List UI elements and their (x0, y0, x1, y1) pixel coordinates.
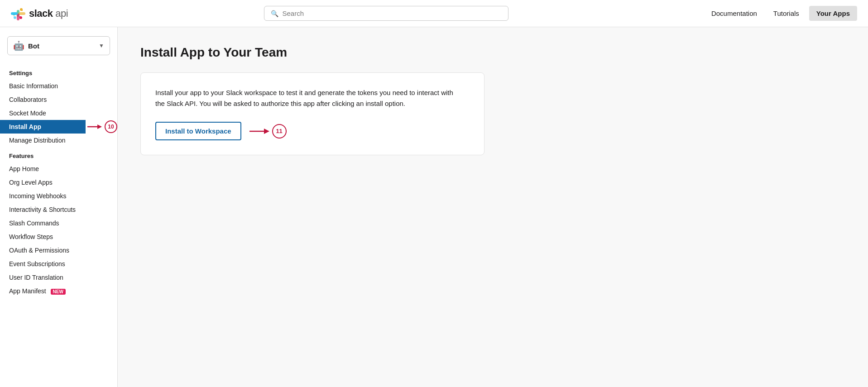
main-content: Install App to Your Team Install your ap… (118, 27, 868, 387)
app-emoji-icon: 🤖 (13, 40, 24, 51)
install-description: Install your app to your Slack workspace… (155, 87, 463, 109)
sidebar-step-circle: 10 (105, 120, 117, 133)
nav-your-apps[interactable]: Your Apps (809, 6, 857, 21)
search-box[interactable]: 🔍 (264, 6, 508, 21)
page-layout: 🤖 Bot ▼ Settings Basic Information Colla… (0, 27, 868, 387)
header-left: slack api (11, 6, 68, 21)
header-search-container: 🔍 (264, 6, 508, 21)
slack-wordmark: slack api (29, 8, 68, 19)
sidebar-item-org-level-apps[interactable]: Org Level Apps (0, 176, 117, 189)
features-section-label: Features (0, 147, 117, 162)
sidebar-item-incoming-webhooks[interactable]: Incoming Webhooks (0, 189, 117, 203)
slack-logo[interactable]: slack api (11, 6, 68, 21)
search-input[interactable] (282, 10, 502, 17)
install-annotation: 11 (249, 124, 287, 139)
sidebar-install-annotation: 10 (87, 120, 117, 133)
sidebar-item-app-home[interactable]: App Home (0, 162, 117, 176)
header-nav: Documentation Tutorials Your Apps (705, 6, 857, 21)
sidebar-item-user-id-translation[interactable]: User ID Translation (0, 271, 117, 284)
svg-marker-3 (264, 129, 269, 134)
sidebar: 🤖 Bot ▼ Settings Basic Information Colla… (0, 27, 118, 387)
svg-marker-1 (97, 124, 102, 129)
annotation-arrow-install (249, 126, 269, 136)
app-selector[interactable]: 🤖 Bot ▼ (7, 36, 110, 55)
page-title: Install App to Your Team (140, 45, 845, 60)
app-selector-left: 🤖 Bot (13, 40, 39, 51)
new-badge: NEW (51, 289, 66, 295)
slack-logo-icon (11, 6, 25, 21)
sidebar-item-manage-distribution[interactable]: Manage Distribution (0, 134, 117, 147)
sidebar-item-event-subscriptions[interactable]: Event Subscriptions (0, 257, 117, 271)
sidebar-item-socket-mode[interactable]: Socket Mode (0, 106, 117, 120)
annotation-arrow-sidebar (87, 123, 102, 131)
nav-tutorials[interactable]: Tutorials (767, 6, 806, 21)
install-btn-row: Install to Workspace 11 (155, 122, 470, 140)
settings-section-label: Settings (0, 64, 117, 79)
app-name-label: Bot (28, 42, 39, 50)
sidebar-item-install-app[interactable]: Install App (0, 120, 86, 134)
sidebar-item-app-manifest[interactable]: App Manifest NEW (0, 284, 117, 298)
install-step-circle: 11 (272, 124, 287, 139)
sidebar-item-collaborators[interactable]: Collaborators (0, 93, 117, 106)
sidebar-item-oauth-permissions[interactable]: OAuth & Permissions (0, 244, 117, 257)
sidebar-item-basic-information[interactable]: Basic Information (0, 79, 117, 93)
sidebar-item-slash-commands[interactable]: Slash Commands (0, 216, 117, 230)
sidebar-item-interactivity-shortcuts[interactable]: Interactivity & Shortcuts (0, 203, 117, 216)
install-card: Install your app to your Slack workspace… (140, 72, 484, 155)
dropdown-arrow-icon: ▼ (99, 43, 104, 49)
search-icon: 🔍 (271, 10, 278, 17)
app-header: slack api 🔍 Documentation Tutorials Your… (0, 0, 868, 27)
install-to-workspace-button[interactable]: Install to Workspace (155, 122, 241, 140)
nav-documentation[interactable]: Documentation (705, 6, 763, 21)
sidebar-item-workflow-steps[interactable]: Workflow Steps (0, 230, 117, 244)
sidebar-install-app-row: Install App 10 (0, 120, 117, 134)
